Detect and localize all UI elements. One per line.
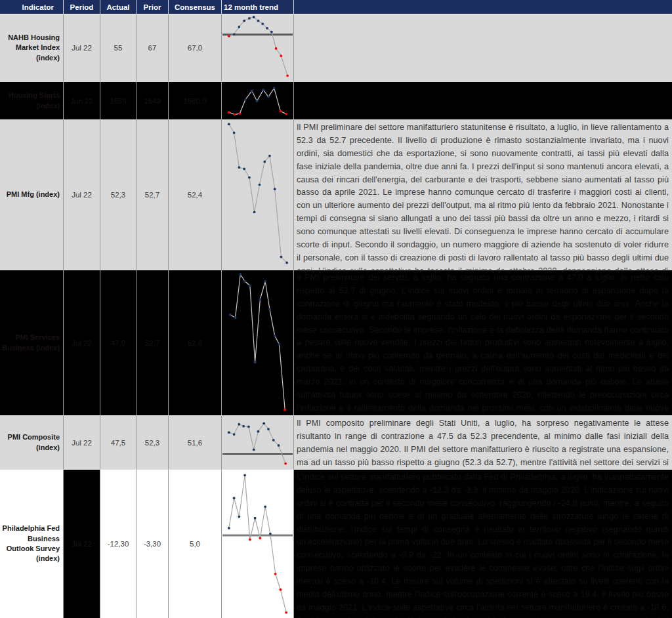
comment-text: Il PMI composito preliminare degli Stati…: [294, 416, 672, 470]
period-value: Jul 22: [64, 120, 100, 270]
table-row: Philadelphia Fed Business Outlook Survey…: [0, 470, 672, 618]
column-header-comment: [294, 0, 672, 14]
consensus-value: 51,6: [169, 416, 222, 470]
consensus-value: 52,6: [169, 270, 222, 416]
actual-value: 47,5: [100, 416, 136, 470]
prior-value: 67: [136, 14, 169, 82]
indicator-name: PMI Mfg (index): [0, 120, 64, 270]
column-header-actual: Actual: [100, 0, 136, 14]
comment-text: Il PMI preliminare dei servizi, a luglio…: [294, 270, 672, 416]
period-value: Jul 22: [64, 470, 100, 618]
prior-value: 52,7: [136, 120, 169, 270]
period-value: Jun 22: [64, 82, 100, 120]
trend-sparkline-cell: [222, 470, 294, 618]
column-header-period: Period: [64, 0, 100, 14]
table-row: PMI Composite (index) Jul 22 47,5 52,3 5…: [0, 416, 672, 470]
prior-value: 1549: [136, 82, 169, 120]
period-value: Jul 22: [64, 416, 100, 470]
column-header-trend: 12 month trend: [222, 0, 294, 14]
prior-value: -3,30: [136, 470, 169, 618]
column-header-consensus: Consensus: [169, 0, 222, 14]
trend-sparkline-cell: [222, 416, 294, 470]
comment-text: L'indice sul settore manifatturiero pubb…: [294, 470, 672, 618]
actual-value: 52,3: [100, 120, 136, 270]
trend-sparkline-chart: [222, 120, 293, 270]
prior-value: 52,3: [136, 416, 169, 470]
period-value: Jul 22: [64, 14, 100, 82]
trend-sparkline-chart: [222, 270, 293, 415]
comment-text: [294, 14, 672, 82]
trend-sparkline-chart: [222, 470, 293, 618]
trend-sparkline-cell: [222, 270, 294, 416]
indicator-name: Philadelphia Fed Business Outlook Survey…: [0, 470, 64, 618]
actual-value: -12,30: [100, 470, 136, 618]
table-row: PMI Mfg (index) Jul 22 52,3 52,7 52,4 Il…: [0, 120, 672, 270]
table-row-redacted: Housing Starts (index) Jun 22 1559 1549 …: [0, 82, 672, 120]
trend-sparkline-cell: [222, 120, 294, 270]
consensus-value: 5,0: [169, 470, 222, 618]
indicator-name: Housing Starts (index): [0, 82, 64, 120]
indicator-name: NAHB Housing Market Index (index): [0, 14, 64, 82]
table-header-row: Indicator Period Actual Prior Consensus …: [0, 0, 672, 14]
period-value: Jul 22: [64, 270, 100, 416]
consensus-value: 1580,0: [169, 82, 222, 120]
comment-text: [294, 82, 672, 120]
column-header-prior: Prior: [136, 0, 169, 14]
trend-sparkline-chart: [222, 82, 293, 119]
trend-sparkline-chart: [222, 14, 293, 81]
indicator-name: PMI Composite (index): [0, 416, 64, 470]
prior-value: 52,7: [136, 270, 169, 416]
consensus-value: 67,0: [169, 14, 222, 82]
actual-value: 1559: [100, 82, 136, 120]
comment-text: Il PMI preliminare del settore manifattu…: [294, 120, 672, 270]
actual-value: 55: [100, 14, 136, 82]
actual-value: 47,0: [100, 270, 136, 416]
indicator-name: PMI Services Business (index): [0, 270, 64, 416]
trend-sparkline-cell: [222, 14, 294, 82]
table-row: NAHB Housing Market Index (index) Jul 22…: [0, 14, 672, 82]
indicator-report-table: Indicator Period Actual Prior Consensus …: [0, 0, 672, 618]
trend-sparkline-chart: [222, 416, 293, 469]
trend-sparkline-cell: [222, 82, 294, 120]
consensus-value: 52,4: [169, 120, 222, 270]
table-row-redacted: PMI Services Business (index) Jul 22 47,…: [0, 270, 672, 416]
column-header-indicator: Indicator: [0, 0, 64, 14]
